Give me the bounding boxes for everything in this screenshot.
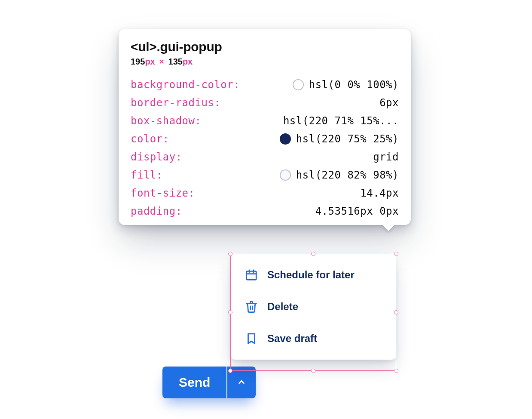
px-unit: px (183, 57, 193, 66)
prop-value: 4.53516px 0px (315, 205, 399, 217)
inspect-props: background-color hsl(0 0% 100%) border-r… (131, 79, 399, 217)
popup-item-delete[interactable]: Delete (230, 291, 396, 323)
inspect-selector-class: .gui-popup (157, 40, 222, 54)
color-swatch-icon (293, 79, 304, 90)
inspect-tooltip: <ul>.gui-popup 195px × 135px background-… (119, 29, 411, 225)
prop-value: hsl(0 0% 100%) (293, 79, 399, 91)
popup-item-save-draft[interactable]: Save draft (230, 323, 396, 354)
prop-value: 14.4px (360, 187, 399, 199)
popup-item-label: Schedule for later (267, 269, 355, 281)
prop-value: 6px (379, 97, 399, 109)
prop-key: border-radius (131, 97, 240, 109)
send-button[interactable]: Send (162, 367, 226, 398)
color-swatch-icon (280, 133, 291, 145)
prop-key: fill (131, 169, 240, 181)
send-split-button: Send (162, 367, 256, 398)
dimension-separator: × (159, 57, 164, 66)
inspect-selector-tag: <ul> (131, 40, 157, 54)
prop-value: grid (373, 151, 399, 163)
trash-icon (245, 300, 258, 313)
prop-value: hsl(220 71% 15%... (283, 115, 399, 127)
prop-value: hsl(220 82% 98%) (280, 169, 399, 181)
popup-item-schedule[interactable]: Schedule for later (230, 259, 396, 291)
bookmark-icon (245, 332, 258, 345)
prop-key: font-size (131, 187, 240, 199)
color-swatch-icon (280, 169, 291, 181)
prop-key: background-color (131, 79, 240, 91)
gui-popup: Schedule for later Delete Save draft (230, 254, 396, 360)
selection-handle-icon (311, 369, 315, 373)
calendar-icon (245, 268, 258, 281)
selection-handle-icon (394, 369, 398, 373)
prop-key: color (131, 133, 240, 145)
svg-rect-0 (247, 271, 257, 280)
px-unit: px (145, 57, 155, 66)
popup-item-label: Save draft (267, 333, 317, 345)
prop-value: hsl(220 75% 25%) (280, 133, 399, 145)
inspect-width: 195 (131, 57, 145, 66)
popup-item-label: Delete (267, 301, 298, 313)
prop-key: padding (131, 205, 240, 217)
prop-key: box-shadow (131, 115, 240, 127)
inspect-height: 135 (168, 57, 183, 66)
inspect-selector: <ul>.gui-popup (131, 40, 399, 54)
chevron-up-icon (237, 377, 246, 388)
prop-key: display (131, 151, 240, 163)
send-more-button[interactable] (227, 367, 256, 398)
inspect-dimensions: 195px × 135px (131, 57, 399, 67)
